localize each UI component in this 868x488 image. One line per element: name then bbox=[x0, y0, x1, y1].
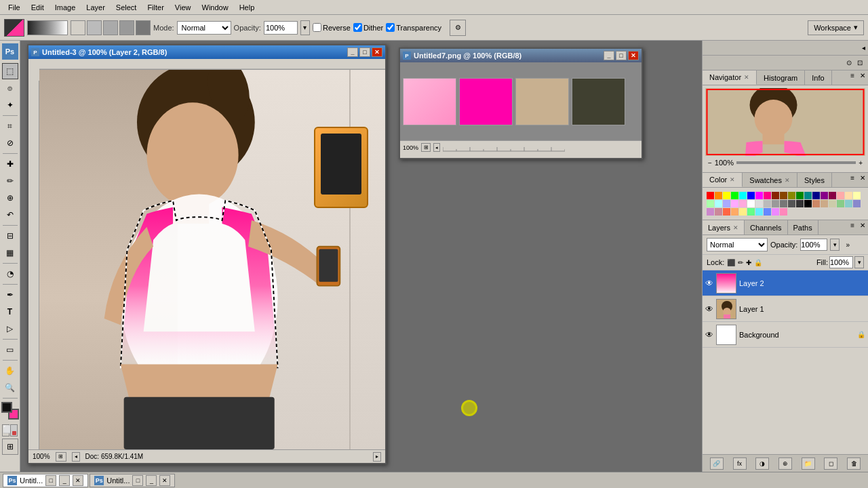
brush-preset-4[interactable] bbox=[119, 20, 134, 35]
tool-history-brush[interactable]: ↶ bbox=[2, 207, 18, 223]
color-swatch[interactable] bbox=[764, 208, 771, 216]
tab-layers[interactable]: Layers ✕ bbox=[703, 220, 745, 235]
color-swatch[interactable] bbox=[788, 200, 795, 207]
fg-color-swatch[interactable] bbox=[4, 19, 24, 37]
color-swatch[interactable] bbox=[804, 192, 812, 199]
doc-2-close[interactable]: ✕ bbox=[628, 51, 639, 60]
layers-expand-btn[interactable]: » bbox=[842, 239, 853, 250]
taskbar-item-1[interactable]: Ps Untitl... □ _ ✕ bbox=[3, 474, 88, 487]
swatches-tab-close[interactable]: ✕ bbox=[785, 177, 790, 184]
doc-2-restore[interactable]: □ bbox=[616, 51, 627, 60]
foreground-color[interactable] bbox=[1, 402, 12, 413]
background-visibility[interactable]: 👁 bbox=[705, 330, 713, 340]
tab-channels[interactable]: Channels bbox=[745, 220, 787, 235]
color-swatch[interactable] bbox=[715, 208, 722, 216]
tool-crop[interactable]: ⌗ bbox=[2, 118, 18, 134]
color-swatch[interactable] bbox=[821, 200, 828, 207]
color-swatch[interactable] bbox=[747, 200, 755, 207]
tool-type[interactable]: T bbox=[2, 304, 18, 320]
tool-zoom[interactable]: 🔍 bbox=[2, 380, 18, 396]
doc-2-scroll-left[interactable]: ◂ bbox=[433, 143, 440, 152]
lock-pixels-icon[interactable]: ✏ bbox=[738, 259, 743, 266]
tab-styles[interactable]: Styles bbox=[797, 173, 832, 187]
color-swatch[interactable] bbox=[731, 192, 738, 199]
tab-histogram[interactable]: Histogram bbox=[757, 70, 805, 85]
doc-2-titlebar[interactable]: P Untitled7.png @ 100% (RGB/8) _ □ ✕ bbox=[400, 49, 642, 62]
color-swatch[interactable] bbox=[739, 208, 747, 216]
zoom-in-btn[interactable]: + bbox=[859, 159, 863, 167]
opacity-input[interactable] bbox=[264, 21, 298, 35]
color-swatch[interactable] bbox=[731, 200, 738, 207]
taskbar-btn-close-2[interactable]: ✕ bbox=[159, 475, 170, 486]
color-swatch[interactable] bbox=[707, 200, 714, 207]
zoom-fit-btn[interactable]: ⊞ bbox=[56, 452, 66, 462]
mode-select[interactable]: Normal bbox=[177, 21, 231, 35]
tab-swatches[interactable]: Swatches ✕ bbox=[743, 173, 797, 187]
layer-fx-btn[interactable]: fx bbox=[733, 458, 747, 470]
color-swatch[interactable] bbox=[853, 200, 861, 207]
screen-mode-btn[interactable]: ⊞ bbox=[2, 439, 18, 455]
color-swatch[interactable] bbox=[837, 192, 844, 199]
color-tab-close[interactable]: ✕ bbox=[730, 176, 735, 183]
color-menu-btn[interactable]: ≡ bbox=[848, 173, 857, 187]
layer-link-btn[interactable]: 🔗 bbox=[710, 458, 724, 470]
tool-options-btn[interactable]: ⚙ bbox=[450, 20, 466, 36]
fill-arrow-btn[interactable]: ▾ bbox=[854, 256, 864, 268]
panel-icon-2[interactable]: ⊡ bbox=[854, 58, 865, 68]
tool-healing[interactable]: ✚ bbox=[2, 156, 18, 172]
menu-layer[interactable]: Layer bbox=[81, 2, 111, 13]
tool-burn[interactable]: ◔ bbox=[2, 266, 18, 282]
color-swatch[interactable] bbox=[796, 200, 804, 207]
doc-1-maximize[interactable]: □ bbox=[359, 47, 370, 57]
color-swatch[interactable] bbox=[845, 200, 852, 207]
color-swatch[interactable] bbox=[812, 200, 820, 207]
navigator-tab-close[interactable]: ✕ bbox=[744, 74, 749, 81]
color-swatch[interactable] bbox=[804, 200, 812, 207]
tab-color[interactable]: Color ✕ bbox=[703, 173, 743, 187]
layer-fill-input[interactable] bbox=[829, 256, 853, 268]
opacity-arrow-btn[interactable]: ▾ bbox=[830, 239, 840, 251]
color-swatch[interactable] bbox=[812, 192, 820, 199]
status-arrow-left[interactable]: ◂ bbox=[72, 452, 80, 462]
color-swatch[interactable] bbox=[780, 200, 787, 207]
brush-preset-2[interactable] bbox=[87, 20, 102, 35]
layer-delete-btn[interactable]: 🗑 bbox=[847, 458, 861, 470]
reverse-checkbox[interactable] bbox=[313, 23, 321, 32]
tool-clone[interactable]: ⊕ bbox=[2, 190, 18, 206]
taskbar-btn-close-1[interactable]: ✕ bbox=[73, 475, 83, 486]
layers-tab-close[interactable]: ✕ bbox=[733, 224, 738, 231]
color-swatch[interactable] bbox=[747, 192, 755, 199]
color-swatch[interactable] bbox=[780, 208, 787, 216]
menu-view[interactable]: View bbox=[170, 2, 197, 13]
color-swatch[interactable] bbox=[764, 192, 771, 199]
color-swatch[interactable] bbox=[853, 192, 861, 199]
transparency-checkbox[interactable] bbox=[386, 23, 395, 32]
color-swatch[interactable] bbox=[715, 200, 722, 207]
color-swatch[interactable] bbox=[788, 192, 795, 199]
zoom-out-btn[interactable]: − bbox=[708, 159, 712, 167]
color-swatch[interactable] bbox=[829, 200, 836, 207]
menu-window[interactable]: Window bbox=[197, 2, 234, 13]
color-swatch[interactable] bbox=[764, 200, 771, 207]
status-arrow-right[interactable]: ▸ bbox=[373, 452, 381, 462]
tool-marquee[interactable]: ⬚ bbox=[2, 63, 18, 79]
color-close-btn[interactable]: ✕ bbox=[857, 173, 868, 187]
color-swatch[interactable] bbox=[845, 192, 852, 199]
color-swatch[interactable] bbox=[755, 208, 763, 216]
layer-group-btn[interactable]: 📁 bbox=[802, 458, 815, 470]
lock-transparency-icon[interactable]: ⬛ bbox=[727, 259, 735, 266]
color-swatch[interactable] bbox=[739, 192, 747, 199]
layer-item-2[interactable]: 👁 Lay bbox=[703, 270, 868, 296]
gradient-swatch[interactable] bbox=[27, 20, 68, 35]
navigator-menu-btn[interactable]: ≡ bbox=[848, 70, 857, 85]
color-swatch[interactable] bbox=[772, 192, 779, 199]
brush-preset-5[interactable] bbox=[136, 20, 151, 35]
color-swatch[interactable] bbox=[731, 208, 738, 216]
doc-1-minimize[interactable]: _ bbox=[347, 47, 358, 57]
doc-1-titlebar[interactable]: P Untitled-3 @ 100% (Layer 2, RGB/8) _ □… bbox=[28, 45, 385, 59]
panel-collapse-btn[interactable]: ◂ bbox=[862, 44, 865, 52]
color-swatch[interactable] bbox=[821, 192, 828, 199]
zoom-slider[interactable] bbox=[736, 161, 856, 164]
tab-paths[interactable]: Paths bbox=[788, 220, 818, 235]
quick-mask-btn[interactable] bbox=[10, 424, 18, 436]
